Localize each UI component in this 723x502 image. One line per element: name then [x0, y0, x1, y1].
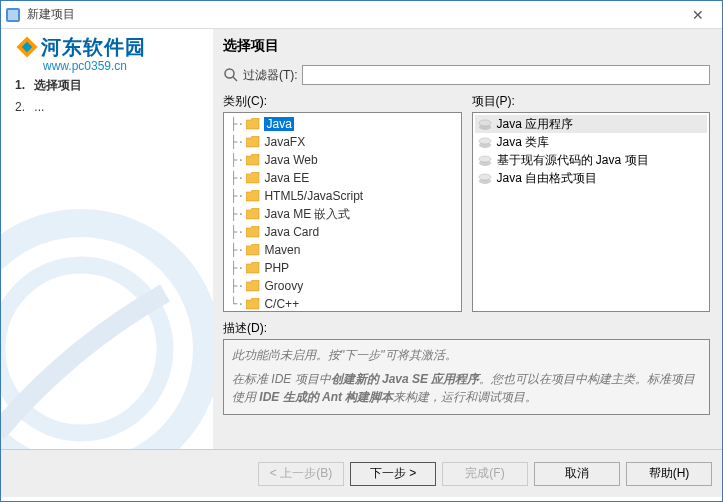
description-box: 此功能尚未启用。按"下一步"可将其激活。 在标准 IDE 项目中创建新的 Jav… — [223, 339, 710, 415]
folder-icon — [246, 118, 260, 130]
svg-point-13 — [479, 174, 491, 180]
project-item[interactable]: Java 应用程序 — [475, 115, 708, 133]
watermark-logo-icon — [13, 33, 41, 61]
tree-connector: ├· — [230, 189, 244, 203]
tree-connector: └· — [230, 297, 244, 311]
tree-connector: ├· — [230, 117, 244, 131]
description-line: 在标准 IDE 项目中创建新的 Java SE 应用程序。您也可以在项目中构建主… — [232, 370, 701, 406]
folder-icon — [246, 190, 260, 202]
category-item-label: HTML5/JavaScript — [264, 189, 363, 203]
project-item[interactable]: Java 自由格式项目 — [475, 169, 708, 187]
project-item-label: Java 应用程序 — [497, 116, 574, 133]
category-column: 类别(C): ├·Java├·JavaFX├·Java Web├·Java EE… — [223, 93, 462, 312]
help-button[interactable]: 帮助(H) — [626, 462, 712, 486]
search-icon — [223, 67, 239, 83]
category-item-label: C/C++ — [264, 297, 299, 311]
tree-connector: ├· — [230, 261, 244, 275]
category-item[interactable]: ├·Java Web — [226, 151, 459, 169]
description-line: 此功能尚未启用。按"下一步"可将其激活。 — [232, 346, 701, 364]
category-item[interactable]: ├·Groovy — [226, 277, 459, 295]
back-button[interactable]: < 上一步(B) — [258, 462, 344, 486]
description-label: 描述(D): — [223, 320, 710, 337]
svg-rect-1 — [8, 10, 18, 20]
app-icon — [5, 7, 21, 23]
tree-connector: ├· — [230, 153, 244, 167]
project-item-label: Java 类库 — [497, 134, 550, 151]
steps-list: 1. 选择项目 2. ... — [15, 77, 82, 120]
svg-point-4 — [225, 69, 234, 78]
category-item-label: JavaFX — [264, 135, 305, 149]
filter-row: 过滤器(T): — [223, 65, 710, 85]
tree-connector: ├· — [230, 207, 244, 221]
category-item-label: Java Card — [264, 225, 319, 239]
project-icon — [477, 135, 493, 149]
step-item: 1. 选择项目 — [15, 77, 82, 94]
category-item-label: Java — [264, 117, 293, 131]
button-bar: < 上一步(B) 下一步 > 完成(F) 取消 帮助(H) — [1, 449, 722, 497]
tree-connector: ├· — [230, 171, 244, 185]
steps-panel: 河东软件园 www.pc0359.cn 1. 选择项目 2. ... — [1, 29, 213, 449]
folder-icon — [246, 172, 260, 184]
filter-label: 过滤器(T): — [243, 67, 298, 84]
category-listbox[interactable]: ├·Java├·JavaFX├·Java Web├·Java EE├·HTML5… — [223, 112, 462, 312]
svg-line-5 — [233, 77, 237, 81]
project-item-label: 基于现有源代码的 Java 项目 — [497, 152, 649, 169]
category-item-label: Java EE — [264, 171, 309, 185]
category-item[interactable]: ├·JavaFX — [226, 133, 459, 151]
title-bar: 新建项目 ✕ — [1, 1, 722, 29]
background-decoration — [1, 209, 213, 449]
project-item[interactable]: 基于现有源代码的 Java 项目 — [475, 151, 708, 169]
project-icon — [477, 171, 493, 185]
svg-point-11 — [479, 156, 491, 162]
form-panel: 选择项目 过滤器(T): 类别(C): ├·Java├·JavaFX├·Java… — [213, 29, 722, 449]
project-listbox[interactable]: Java 应用程序Java 类库基于现有源代码的 Java 项目Java 自由格… — [472, 112, 711, 312]
folder-icon — [246, 226, 260, 238]
category-item[interactable]: ├·PHP — [226, 259, 459, 277]
folder-icon — [246, 262, 260, 274]
project-item-label: Java 自由格式项目 — [497, 170, 598, 187]
step-label: ... — [34, 100, 44, 114]
selection-columns: 类别(C): ├·Java├·JavaFX├·Java Web├·Java EE… — [223, 93, 710, 312]
watermark-text: 河东软件园 — [41, 34, 146, 61]
category-item[interactable]: ├·Java — [226, 115, 459, 133]
category-item[interactable]: ├·Java ME 嵌入式 — [226, 205, 459, 223]
project-column: 项目(P): Java 应用程序Java 类库基于现有源代码的 Java 项目J… — [472, 93, 711, 312]
cancel-button[interactable]: 取消 — [534, 462, 620, 486]
svg-point-9 — [479, 138, 491, 144]
project-item[interactable]: Java 类库 — [475, 133, 708, 151]
category-label: 类别(C): — [223, 93, 462, 110]
category-item[interactable]: ├·HTML5/JavaScript — [226, 187, 459, 205]
svg-point-7 — [479, 120, 491, 126]
step-number: 1. — [15, 78, 31, 92]
project-icon — [477, 153, 493, 167]
category-item[interactable]: ├·Maven — [226, 241, 459, 259]
category-item[interactable]: ├·Java EE — [226, 169, 459, 187]
folder-icon — [246, 244, 260, 256]
category-item[interactable]: ├·Java Card — [226, 223, 459, 241]
folder-icon — [246, 208, 260, 220]
category-item-label: Groovy — [264, 279, 303, 293]
category-item-label: Maven — [264, 243, 300, 257]
watermark: 河东软件园 www.pc0359.cn — [13, 33, 146, 73]
finish-button[interactable]: 完成(F) — [442, 462, 528, 486]
folder-icon — [246, 298, 260, 310]
filter-input[interactable] — [302, 65, 710, 85]
window-title: 新建项目 — [27, 6, 678, 23]
watermark-url: www.pc0359.cn — [43, 59, 146, 73]
step-item: 2. ... — [15, 100, 82, 114]
step-label: 选择项目 — [34, 78, 82, 92]
close-button[interactable]: ✕ — [678, 2, 718, 28]
folder-icon — [246, 154, 260, 166]
folder-icon — [246, 136, 260, 148]
step-number: 2. — [15, 100, 31, 114]
next-button[interactable]: 下一步 > — [350, 462, 436, 486]
folder-icon — [246, 280, 260, 292]
category-item-label: Java ME 嵌入式 — [264, 206, 350, 223]
tree-connector: ├· — [230, 135, 244, 149]
tree-connector: ├· — [230, 225, 244, 239]
category-item[interactable]: └·C/C++ — [226, 295, 459, 312]
tree-connector: ├· — [230, 243, 244, 257]
category-item-label: Java Web — [264, 153, 317, 167]
page-heading: 选择项目 — [223, 37, 710, 55]
project-icon — [477, 117, 493, 131]
